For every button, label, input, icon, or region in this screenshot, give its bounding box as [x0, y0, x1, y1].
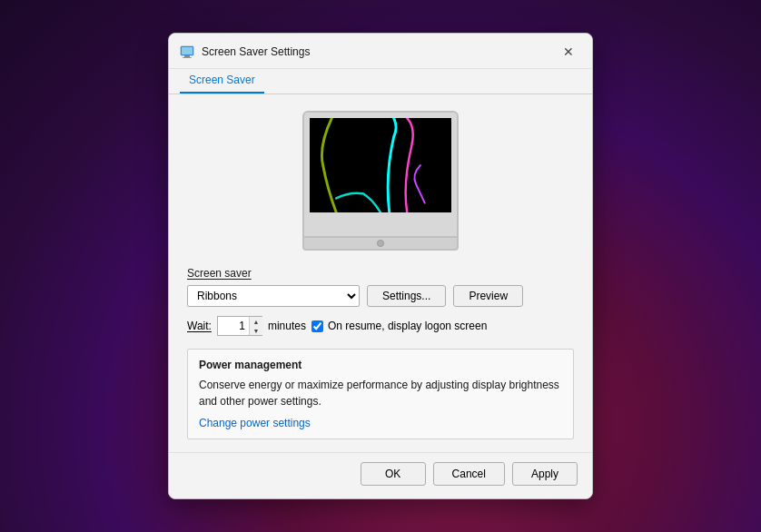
- svg-rect-3: [183, 57, 192, 58]
- tab-bar: Screen Saver: [169, 69, 592, 94]
- settings-button[interactable]: Settings...: [367, 285, 446, 307]
- cancel-button[interactable]: Cancel: [433, 462, 505, 486]
- logon-checkbox-label[interactable]: On resume, display logon screen: [311, 320, 487, 332]
- wait-up-button[interactable]: ▲: [250, 317, 262, 326]
- wait-down-button[interactable]: ▼: [250, 326, 262, 335]
- apply-button[interactable]: Apply: [512, 462, 578, 486]
- title-bar: Screen Saver Settings ✕: [169, 34, 592, 69]
- svg-rect-1: [182, 47, 193, 54]
- power-title: Power management: [199, 359, 562, 371]
- power-description: Conserve energy or maximize performance …: [199, 377, 562, 409]
- close-button[interactable]: ✕: [556, 43, 581, 61]
- change-power-settings-link[interactable]: Change power settings: [199, 417, 311, 429]
- dialog-body: Screen saver Ribbons (None) 3D Text Blan…: [169, 94, 592, 452]
- screensaver-dropdown[interactable]: Ribbons (None) 3D Text Blank Bubbles Mys…: [187, 285, 360, 307]
- screensaver-dropdown-container: Ribbons (None) 3D Text Blank Bubbles Mys…: [187, 285, 360, 307]
- minutes-label: minutes: [268, 320, 306, 332]
- wait-label: Wait:: [187, 320, 212, 332]
- wait-row: Wait: ▲ ▼ minutes On resume, display log…: [187, 316, 574, 336]
- logon-label: On resume, display logon screen: [328, 320, 487, 332]
- screensaver-section-label: Screen saver: [187, 267, 574, 280]
- power-section: Power management Conserve energy or maxi…: [187, 349, 574, 439]
- dialog-icon: [180, 44, 194, 59]
- monitor: [302, 111, 459, 238]
- dialog-footer: OK Cancel Apply: [169, 452, 592, 498]
- screen-saver-dialog: Screen Saver Settings ✕ Screen Saver: [168, 33, 593, 499]
- tab-screen-saver[interactable]: Screen Saver: [180, 69, 264, 94]
- monitor-wrap: [302, 111, 459, 251]
- wait-input[interactable]: [218, 318, 249, 334]
- ribbons-preview: [310, 118, 451, 212]
- monitor-screen: [310, 118, 451, 212]
- dialog-title: Screen Saver Settings: [202, 45, 556, 58]
- wait-spinner: ▲ ▼: [249, 317, 262, 335]
- preview-area: [187, 111, 574, 251]
- wait-input-wrap: ▲ ▼: [217, 316, 262, 336]
- preview-button[interactable]: Preview: [453, 285, 523, 307]
- screensaver-controls: Ribbons (None) 3D Text Blank Bubbles Mys…: [187, 285, 574, 307]
- logon-checkbox[interactable]: [311, 320, 323, 332]
- svg-rect-2: [184, 55, 190, 57]
- monitor-power-dot: [377, 240, 384, 247]
- monitor-bottom: [302, 238, 459, 251]
- ok-button[interactable]: OK: [361, 462, 426, 486]
